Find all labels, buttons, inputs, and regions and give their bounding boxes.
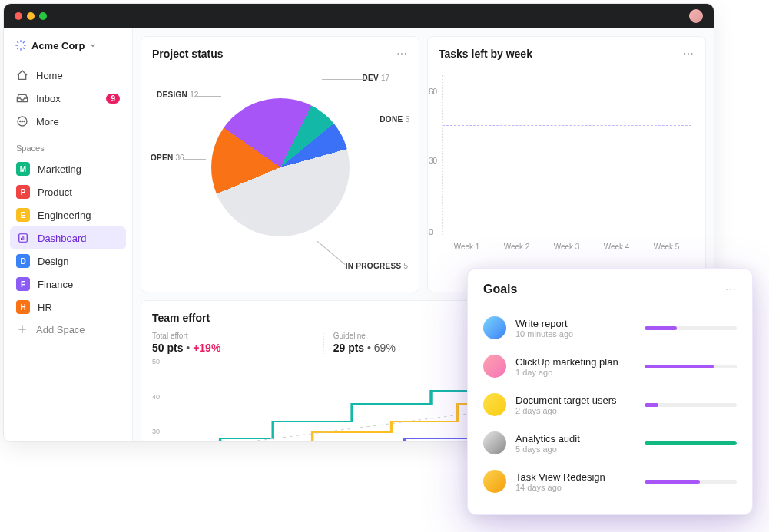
nav-more[interactable]: More <box>10 110 126 133</box>
progress-bar <box>645 326 737 330</box>
space-label: HR <box>38 302 52 313</box>
sidebar: Acme Corp Home Inbox 9 More Spaces MMark… <box>4 28 133 441</box>
metric-label: Total effort <box>152 332 314 340</box>
goal-time: 5 days ago <box>515 444 635 454</box>
chevron-down-icon <box>89 41 97 49</box>
dashboard-icon <box>16 231 30 245</box>
x-axis-label: Week 1 <box>454 243 480 251</box>
sidebar-space-item[interactable]: HHR <box>10 296 126 319</box>
space-label: Product <box>38 187 72 198</box>
bar-chart: 0 30 60 Week 1Week 2Week 3Week 4Week 5 <box>439 68 694 267</box>
pie-chart: DEV17 DONE5 IN PROGRESS5 OPEN36 DESIGN12 <box>152 68 408 267</box>
metric: Total effort50 pts • +19% <box>152 332 324 354</box>
tasks-left-card: Tasks left by week ⋯ 0 30 60 Week 1Week … <box>427 36 706 292</box>
traffic-lights <box>15 12 47 20</box>
x-axis-label: Week 5 <box>654 243 680 251</box>
progress-bar <box>645 403 737 407</box>
progress-bar <box>645 480 737 484</box>
titlebar <box>4 4 714 28</box>
add-space-label: Add Space <box>36 324 85 335</box>
progress-bar <box>645 441 737 445</box>
space-icon: M <box>16 162 30 176</box>
space-label: Dashboard <box>38 233 87 244</box>
space-label: Design <box>38 256 68 267</box>
goal-name: Document target users <box>515 395 635 406</box>
goal-row[interactable]: Document target users 2 days ago <box>483 385 737 424</box>
card-title: Team effort <box>152 312 210 324</box>
card-title: Tasks left by week <box>439 48 532 60</box>
spaces-section-label: Spaces <box>10 133 126 157</box>
avatar <box>483 355 506 378</box>
space-icon: P <box>16 185 30 199</box>
space-icon: F <box>16 277 30 291</box>
space-label: Marketing <box>38 164 81 175</box>
card-menu-icon[interactable]: ⋯ <box>683 48 694 60</box>
sidebar-space-item[interactable]: MMarketing <box>10 157 126 180</box>
svg-point-3 <box>24 121 25 121</box>
goals-card: Goals ⋯ Write report 10 minutes ago Clic… <box>467 268 753 515</box>
home-icon <box>16 69 28 81</box>
avatar <box>483 431 506 454</box>
plus-icon <box>16 323 28 335</box>
project-status-card: Project status ⋯ DEV17 DONE5 IN PROGRESS… <box>141 36 419 292</box>
sidebar-space-item[interactable]: PProduct <box>10 180 126 203</box>
metric-value: 50 pts • +19% <box>152 342 314 354</box>
goal-name: Write report <box>515 318 635 329</box>
card-title: Project status <box>152 48 224 60</box>
svg-point-2 <box>22 121 22 121</box>
maximize-icon[interactable] <box>39 12 47 20</box>
card-menu-icon[interactable]: ⋯ <box>396 48 408 60</box>
goal-time: 10 minutes ago <box>515 329 635 339</box>
goal-time: 14 days ago <box>515 483 635 492</box>
space-icon: H <box>16 300 30 314</box>
goal-name: Analytics audit <box>515 433 635 444</box>
goal-time: 2 days ago <box>515 406 635 415</box>
avatar <box>483 470 506 493</box>
inbox-icon <box>16 92 28 104</box>
goal-name: Task View Redesign <box>515 471 635 483</box>
avatar <box>483 393 506 416</box>
sidebar-space-item[interactable]: DDesign <box>10 249 126 273</box>
progress-bar <box>645 365 737 368</box>
svg-point-1 <box>20 121 21 121</box>
x-axis-label: Week 3 <box>554 243 580 251</box>
minimize-icon[interactable] <box>27 12 35 20</box>
close-icon[interactable] <box>15 12 22 20</box>
workspace-icon <box>15 39 27 51</box>
space-icon: D <box>16 254 30 268</box>
add-space-button[interactable]: Add Space <box>10 319 126 340</box>
sidebar-item-dashboard[interactable]: Dashboard <box>10 226 126 249</box>
sidebar-space-item[interactable]: FFinance <box>10 273 126 296</box>
goal-row[interactable]: ClickUp marketing plan 1 day ago <box>483 347 737 385</box>
nav-home[interactable]: Home <box>10 64 126 87</box>
space-label: Finance <box>38 279 73 290</box>
nav-label: Inbox <box>36 93 61 104</box>
avatar <box>483 316 506 339</box>
space-icon: E <box>16 208 30 222</box>
x-axis-label: Week 2 <box>504 243 530 251</box>
nav-label: More <box>36 116 59 127</box>
inbox-badge: 9 <box>106 94 120 104</box>
more-icon <box>16 115 28 127</box>
goal-time: 1 day ago <box>515 368 635 377</box>
goal-row[interactable]: Write report 10 minutes ago <box>483 309 737 347</box>
nav-label: Home <box>36 70 63 81</box>
goal-row[interactable]: Task View Redesign 14 days ago <box>483 462 737 501</box>
sidebar-space-item[interactable]: EEngineering <box>10 203 126 226</box>
goals-title: Goals <box>483 283 517 296</box>
workspace-name: Acme Corp <box>31 40 85 51</box>
user-avatar[interactable] <box>689 9 703 23</box>
space-label: Engineering <box>38 210 91 221</box>
x-axis-label: Week 4 <box>604 243 630 251</box>
nav-inbox[interactable]: Inbox 9 <box>10 87 126 110</box>
goal-name: ClickUp marketing plan <box>515 356 635 368</box>
workspace-switcher[interactable]: Acme Corp <box>10 36 126 55</box>
card-menu-icon[interactable]: ⋯ <box>725 283 737 296</box>
goal-row[interactable]: Analytics audit 5 days ago <box>483 424 737 462</box>
